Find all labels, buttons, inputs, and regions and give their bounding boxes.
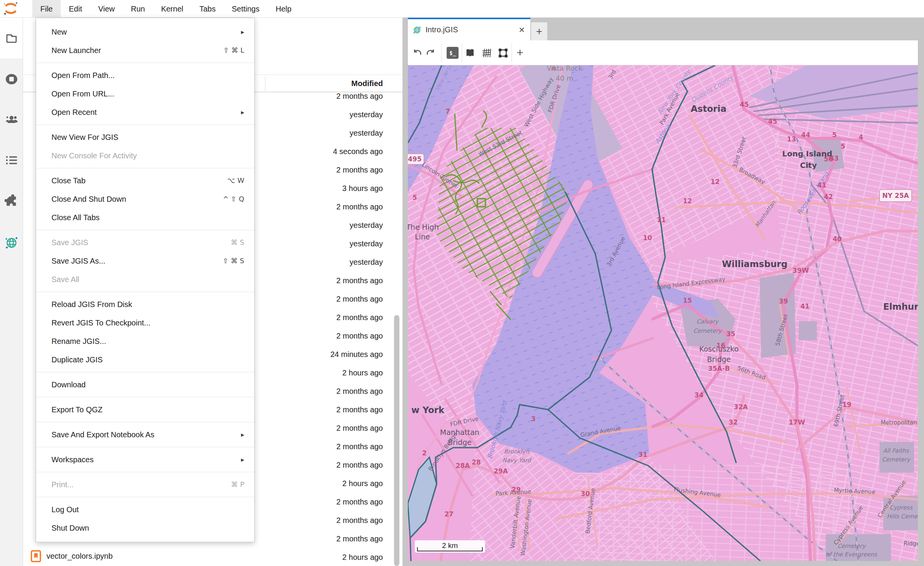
route-number: 11 (657, 216, 666, 224)
book-basemap-button[interactable] (464, 47, 476, 59)
toolbar-separator (462, 43, 462, 62)
menu-item-open-recent[interactable]: Open Recent▸ (36, 103, 254, 121)
route-number: 39 (779, 297, 788, 305)
file-name: vector_colors.ipynb (46, 552, 113, 561)
grid-layer-button[interactable] (480, 47, 493, 59)
menu-separator (36, 168, 254, 168)
menu-separator (36, 447, 254, 447)
map-label: Navy Yard (502, 457, 532, 464)
menubar-item-edit[interactable]: Edit (61, 0, 90, 18)
file-browser-icon[interactable] (0, 25, 23, 52)
menu-item-close-all-tabs[interactable]: Close All Tabs (36, 208, 254, 227)
route-number: 5 (412, 194, 417, 201)
menu-item-duplicate-jgis[interactable]: Duplicate JGIS (36, 350, 254, 369)
map-label: Elmhurst (883, 302, 918, 312)
map-label: Cypress (889, 504, 913, 511)
menubar-item-view[interactable]: View (90, 0, 123, 18)
menu-item-shut-down[interactable]: Shut Down (36, 519, 254, 537)
map-label: 40 m (556, 74, 573, 82)
tab-close-icon[interactable]: ✕ (518, 25, 525, 35)
scale-bar: 2 km (415, 540, 485, 553)
menu-item-workspaces[interactable]: Workspaces▸ (36, 450, 254, 469)
menu-item-new-view-for-jgis[interactable]: New View For JGIS (36, 128, 254, 146)
menubar-items: FileEditViewRunKernelTabsSettingsHelp (32, 0, 300, 18)
menu-item-save-and-export-notebook-as[interactable]: Save And Export Notebook As▸ (36, 425, 254, 444)
menu-item-open-from-path[interactable]: Open From Path... (36, 66, 254, 85)
route-number: 34 (694, 391, 704, 399)
menubar-item-run[interactable]: Run (123, 0, 153, 18)
running-kernels-icon[interactable] (0, 65, 23, 93)
menu-item-save-all: Save All (36, 270, 254, 289)
menu-item-save-jgis-as[interactable]: Save JGIS As...⇧ ⌘ S (36, 252, 254, 270)
menu-separator (36, 230, 254, 230)
route-number: 15 (683, 297, 692, 304)
route-number: 28 (472, 458, 481, 466)
route-number: 29A (494, 467, 508, 475)
map-label: w York (411, 405, 445, 415)
menu-separator (36, 497, 254, 497)
map-label: Calvary (697, 318, 719, 325)
route-number: 35 (726, 330, 735, 338)
map-label: Ridgew (903, 540, 918, 547)
extension-manager-icon[interactable] (0, 188, 23, 215)
route-number: 45 (768, 118, 777, 125)
file-list-scrollbar[interactable] (394, 315, 399, 566)
console-button[interactable]: $_ (447, 47, 459, 59)
menu-item-close-and-shut-down[interactable]: Close And Shut Down^ ⇧ Q (36, 190, 254, 208)
menu-item-log-out[interactable]: Log Out (36, 500, 254, 519)
route-number: 27 (444, 510, 454, 518)
map-toolbar: $_ + (408, 40, 918, 65)
undo-button[interactable] (411, 47, 424, 59)
menubar-item-tabs[interactable]: Tabs (191, 0, 224, 18)
route-number: 17W (789, 418, 805, 426)
route-number: 7 (445, 108, 450, 115)
file-row-vector-colors[interactable]: vector_colors.ipynb (31, 547, 113, 565)
edit-vertices-button[interactable] (497, 47, 509, 59)
map-canvas[interactable]: 495NY 25A New JerseyWest Side HighwayVis… (408, 65, 918, 561)
menu-item-close-tab[interactable]: Close Tab⌥ W (36, 171, 254, 190)
menubar-item-file[interactable]: File (32, 0, 61, 18)
menu-item-download[interactable]: Download (36, 375, 254, 394)
route-number: 30 (581, 490, 590, 498)
menu-item-new-launcher[interactable]: New Launcher⇧ ⌘ L (36, 41, 254, 60)
route-number: 16 (716, 342, 725, 349)
menu-item-export-to-qgz[interactable]: Export To QGZ (36, 400, 254, 419)
jgis-globe-icon[interactable] (0, 229, 23, 257)
dock-tab-bar: Intro.jGIS ✕ + (402, 18, 924, 40)
tab-title: Intro.jGIS (426, 25, 458, 34)
table-of-contents-icon[interactable] (0, 146, 23, 174)
route-number: 10 (643, 234, 652, 242)
menu-item-new[interactable]: New▸ (36, 23, 254, 41)
route-number: 5 (832, 131, 837, 139)
column-divider[interactable] (265, 76, 265, 91)
route-number: 32 (729, 418, 738, 426)
route-number: 5 (841, 143, 845, 150)
menu-item-print: Print...⌘ P (36, 475, 254, 494)
tab-intro-jgis[interactable]: Intro.jGIS ✕ (408, 18, 530, 40)
route-number: 28A (456, 462, 470, 470)
svg-text:495: 495 (408, 155, 422, 163)
route-number: 43 (830, 154, 839, 162)
menu-item-save-jgis: Save JGIS⌘ S (36, 233, 254, 252)
redo-button[interactable] (424, 47, 437, 59)
jgis-tab-globe-icon (412, 25, 422, 35)
menu-separator (36, 472, 254, 472)
menu-item-rename-jgis[interactable]: Rename JGIS... (36, 332, 254, 350)
map-label: Vista Rock (546, 65, 583, 72)
route-number: 3 (531, 415, 536, 423)
add-tab-button[interactable]: + (531, 22, 547, 40)
add-layer-button[interactable]: + (514, 45, 526, 61)
route-number: 12 (683, 197, 692, 205)
map-label: Manhattan (440, 428, 479, 437)
map-label: Line (415, 232, 430, 241)
menubar-item-kernel[interactable]: Kernel (153, 0, 191, 18)
menubar-item-help[interactable]: Help (268, 0, 300, 18)
route-number: 45 (740, 101, 749, 108)
modified-column-header[interactable]: Modified (351, 75, 383, 92)
collaboration-users-icon[interactable] (0, 106, 23, 133)
menu-item-reload-jgis-from-disk[interactable]: Reload JGIS From Disk (36, 295, 254, 314)
menubar-item-settings[interactable]: Settings (224, 0, 267, 18)
menu-item-revert-jgis-to-checkpoint[interactable]: Revert JGIS To Checkpoint... (36, 314, 254, 332)
menu-item-open-from-url[interactable]: Open From URL... (36, 85, 254, 103)
route-number: 32A (734, 403, 748, 411)
